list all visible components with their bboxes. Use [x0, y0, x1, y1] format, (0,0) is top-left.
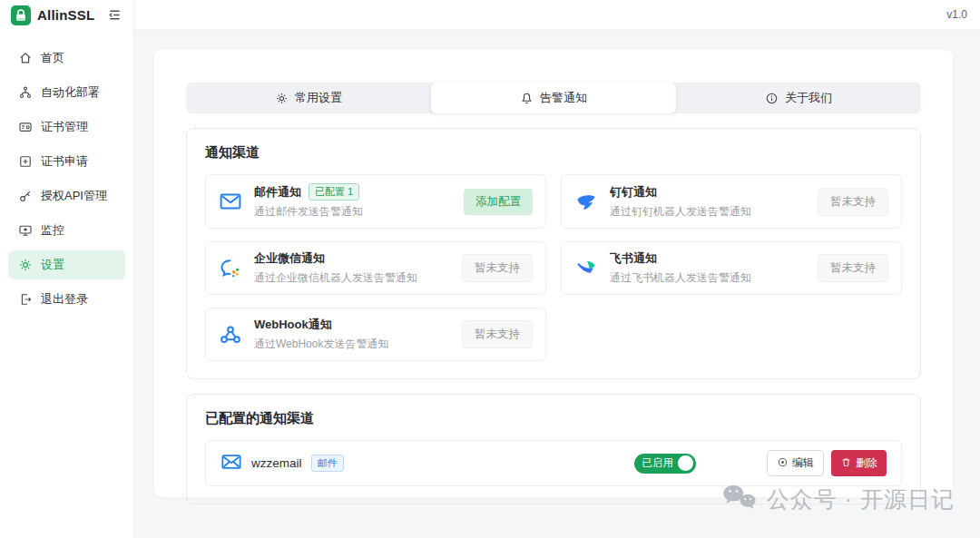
- sidebar: AllinSSL 首页 自动化部署 证书管理 证书申请: [0, 0, 134, 538]
- sidebar-item-logout[interactable]: 退出登录: [8, 285, 125, 314]
- enabled-toggle[interactable]: 已启用: [634, 454, 697, 474]
- channel-name: 邮件通知: [254, 184, 301, 201]
- bell-icon: [520, 92, 534, 105]
- tab-general-settings[interactable]: 常用设置: [186, 83, 431, 113]
- toggle-status-label: 已启用: [642, 456, 674, 470]
- sidebar-item-label: 证书管理: [41, 119, 88, 135]
- channel-type-badge: 邮件: [311, 455, 344, 472]
- monitor-icon: [18, 223, 33, 238]
- info-icon: [765, 92, 779, 105]
- version-label: v1.0: [946, 8, 967, 21]
- api-auth-icon: [18, 189, 33, 203]
- channel-card-email: 邮件通知 已配置 1 通过邮件发送告警通知 添加配置: [205, 174, 546, 229]
- sidebar-menu: 首页 自动化部署 证书管理 证书申请 授权API管理 监控: [0, 30, 133, 314]
- tab-label: 常用设置: [295, 90, 342, 106]
- sidebar-item-home[interactable]: 首页: [8, 44, 125, 73]
- channel-desc: 通过飞书机器人发送告警通知: [610, 270, 818, 286]
- sidebar-item-label: 授权API管理: [41, 188, 107, 204]
- sidebar-item-cert-apply[interactable]: 证书申请: [8, 147, 125, 176]
- channel-info: 邮件通知 已配置 1 通过邮件发送告警通知: [254, 183, 464, 220]
- app-logo-lock-icon: [11, 5, 31, 25]
- watermark-text: 公众号 · 开源日记: [767, 484, 955, 514]
- channel-card-dingtalk: 钉钉通知 通过钉钉机器人发送告警通知 暂未支持: [561, 174, 902, 229]
- sidebar-item-label: 退出登录: [41, 291, 88, 308]
- channel-card-wecom: 企业微信通知 通过企业微信机器人发送告警通知 暂未支持: [205, 241, 546, 295]
- sidebar-item-label: 设置: [41, 257, 64, 273]
- channel-desc: 通过钉钉机器人发送告警通知: [610, 204, 818, 220]
- cert-apply-icon: [18, 154, 33, 169]
- channel-name: 飞书通知: [610, 250, 657, 267]
- sidebar-item-settings[interactable]: 设置: [8, 250, 125, 279]
- edit-button[interactable]: 编辑: [767, 450, 824, 476]
- channel-desc: 通过WebHook发送告警通知: [254, 337, 462, 352]
- home-icon: [18, 51, 33, 65]
- webhook-icon: [219, 323, 244, 347]
- feishu-icon: [574, 257, 600, 280]
- channel-info: 钉钉通知 通过钉钉机器人发送告警通知: [610, 184, 818, 220]
- sidebar-item-label: 监控: [41, 222, 64, 239]
- sidebar-item-label: 自动化部署: [41, 84, 100, 101]
- not-supported-button: 暂未支持: [462, 254, 533, 282]
- tab-label: 关于我们: [785, 90, 832, 106]
- channel-info: WebHook通知 通过WebHook发送告警通知: [254, 317, 462, 352]
- wechat-icon: [721, 483, 758, 516]
- toggle-knob: [678, 455, 693, 471]
- settings-tabbar: 常用设置 告警通知 关于我们: [186, 83, 921, 113]
- not-supported-button: 暂未支持: [818, 254, 888, 282]
- watermark: 公众号 · 开源日记: [721, 483, 955, 516]
- eye-icon: [777, 456, 789, 471]
- gear-icon: [275, 92, 289, 105]
- channel-grid: 邮件通知 已配置 1 通过邮件发送告警通知 添加配置 钉钉通知 通过钉钉机器人发…: [205, 174, 902, 361]
- configured-count-badge: 已配置 1: [309, 183, 359, 201]
- notification-channels-section: 通知渠道 邮件通知 已配置 1 通过邮件发送告警通知 添加配置: [186, 128, 921, 379]
- sidebar-item-monitor[interactable]: 监控: [8, 216, 125, 245]
- channel-info: 飞书通知 通过飞书机器人发送告警通知: [610, 250, 818, 286]
- tab-about-us[interactable]: 关于我们: [676, 83, 921, 113]
- channel-info: 企业微信通知 通过企业微信机器人发送告警通知: [254, 250, 462, 286]
- not-supported-button: 暂未支持: [462, 320, 533, 348]
- logo-row: AllinSSL: [0, 0, 133, 30]
- row-actions: 编辑 删除: [767, 450, 887, 476]
- not-supported-button: 暂未支持: [818, 188, 888, 216]
- sidebar-item-label: 证书申请: [41, 153, 88, 170]
- channel-name: WebHook通知: [254, 317, 332, 333]
- configured-channel-info: wzzemail 邮件: [220, 451, 634, 476]
- tab-label: 告警通知: [540, 90, 587, 106]
- channel-name: 企业微信通知: [254, 250, 325, 267]
- channel-desc: 通过邮件发送告警通知: [254, 204, 464, 220]
- sidebar-item-cert-manage[interactable]: 证书管理: [8, 112, 125, 142]
- delete-button[interactable]: 删除: [831, 450, 887, 476]
- tab-alert-notification[interactable]: 告警通知: [431, 83, 676, 113]
- configured-channel-name: wzzemail: [251, 456, 302, 470]
- channel-name: 钉钉通知: [610, 184, 657, 201]
- settings-card: 常用设置 告警通知 关于我们 通知渠道: [154, 50, 953, 497]
- section-title: 已配置的通知渠道: [205, 410, 902, 427]
- email-icon: [220, 451, 242, 476]
- configured-channel-row: wzzemail 邮件 已启用 编辑 删除: [205, 440, 902, 486]
- dingtalk-icon: [574, 190, 600, 213]
- topbar: v1.0: [134, 0, 980, 30]
- app-window: AllinSSL 首页 自动化部署 证书管理 证书申请: [0, 0, 980, 538]
- sidebar-item-auto-deploy[interactable]: 自动化部署: [8, 78, 125, 107]
- cert-manage-icon: [18, 120, 33, 134]
- deploy-icon: [18, 85, 33, 100]
- delete-button-label: 删除: [856, 455, 877, 471]
- sidebar-item-label: 首页: [41, 50, 64, 66]
- edit-button-label: 编辑: [792, 455, 814, 471]
- content-area: 常用设置 告警通知 关于我们 通知渠道: [134, 30, 980, 538]
- sidebar-collapse-icon[interactable]: [107, 7, 122, 23]
- logout-icon: [18, 292, 33, 307]
- channel-card-feishu: 飞书通知 通过飞书机器人发送告警通知 暂未支持: [561, 241, 902, 295]
- settings-icon: [18, 258, 33, 272]
- email-icon: [219, 190, 244, 213]
- sidebar-item-api-auth[interactable]: 授权API管理: [8, 181, 125, 210]
- channel-card-webhook: WebHook通知 通过WebHook发送告警通知 暂未支持: [205, 308, 546, 361]
- add-config-button[interactable]: 添加配置: [464, 189, 533, 215]
- channel-desc: 通过企业微信机器人发送告警通知: [254, 270, 462, 286]
- trash-icon: [840, 456, 852, 471]
- app-title: AllinSSL: [37, 7, 94, 23]
- section-title: 通知渠道: [205, 144, 902, 161]
- wecom-icon: [219, 257, 244, 280]
